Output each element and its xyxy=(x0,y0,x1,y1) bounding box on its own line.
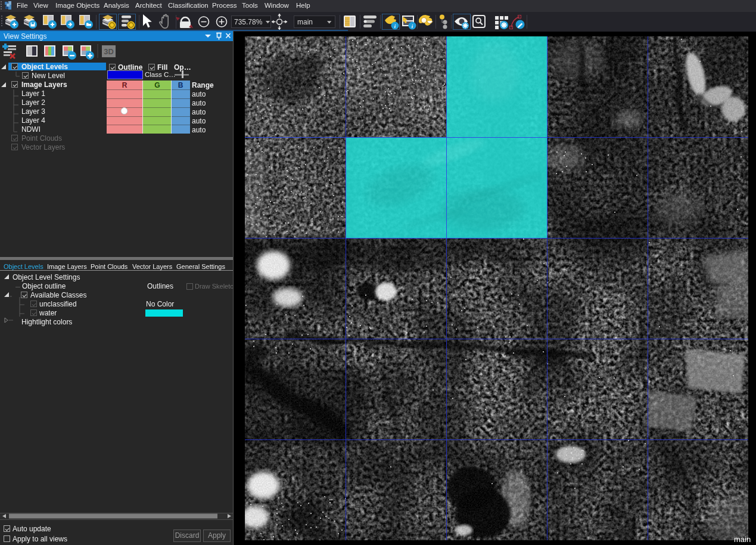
svg-text:735.78%: 735.78% xyxy=(234,18,263,26)
svg-text:B: B xyxy=(178,81,183,89)
svg-text:G: G xyxy=(154,81,160,89)
svg-text:main: main xyxy=(297,18,313,26)
svg-text:R: R xyxy=(122,81,127,89)
svg-text:3D: 3D xyxy=(104,47,114,56)
